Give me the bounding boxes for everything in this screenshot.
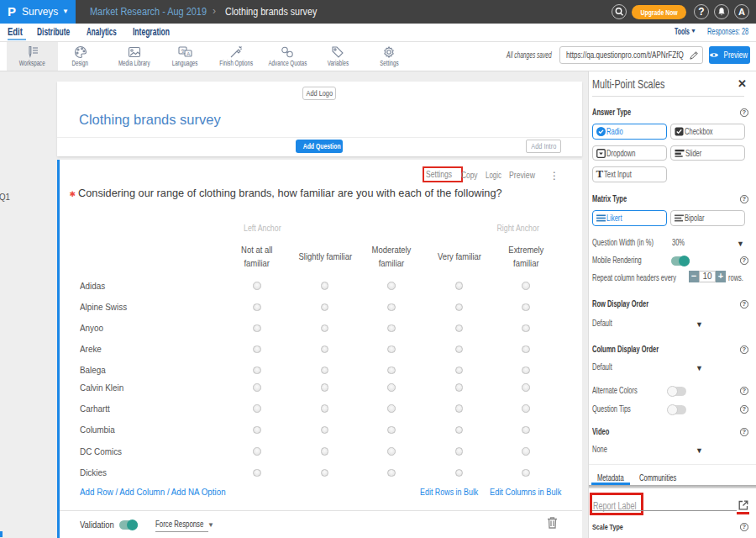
svg-text:文: 文 xyxy=(181,48,186,54)
svg-text:A: A xyxy=(186,51,190,56)
